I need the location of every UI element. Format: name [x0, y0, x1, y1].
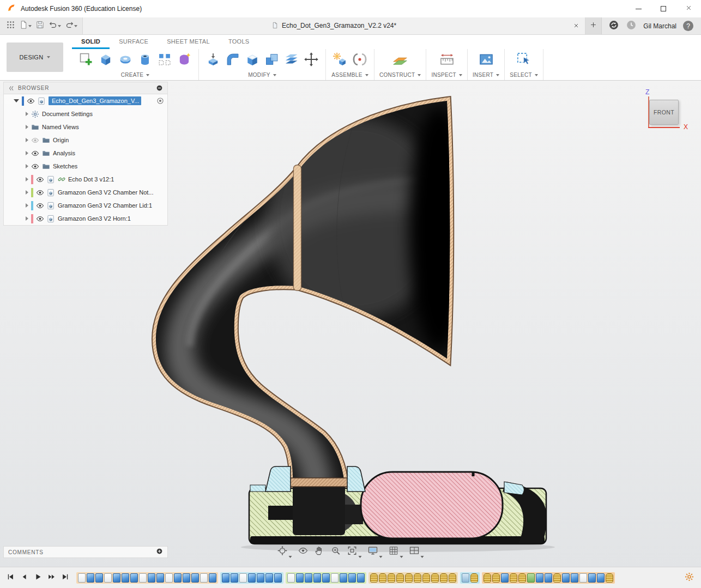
ribbon-group-label[interactable]: MODIFY	[248, 72, 276, 78]
timeline-feature-extrude[interactable]	[191, 573, 199, 583]
timeline-feature-extrude[interactable]	[113, 573, 120, 583]
browser-row[interactable]: Gramazon Gen3 V2 Horn:1	[4, 212, 167, 225]
browser-row[interactable]: Echo Dot 3 v12:1	[4, 173, 167, 186]
visibility-eye-icon[interactable]	[36, 215, 44, 223]
shell-button[interactable]	[243, 50, 262, 69]
visibility-eye-icon[interactable]	[36, 175, 44, 184]
file-menu-button[interactable]	[17, 19, 33, 33]
timeline-feature-component[interactable]	[388, 573, 395, 583]
timeline-feature-extrude[interactable]	[209, 573, 216, 583]
ribbon-group-label[interactable]: INSPECT	[431, 72, 462, 78]
measure-button[interactable]	[438, 50, 456, 69]
pan-button[interactable]	[313, 544, 326, 559]
help-button[interactable]: ?	[683, 21, 693, 31]
display-settings-button[interactable]	[367, 544, 384, 559]
timeline-feature-extrude[interactable]	[222, 573, 229, 583]
timeline-feature-sketch[interactable]	[287, 573, 295, 583]
timeline-feature-extrude[interactable]	[588, 573, 596, 583]
timeline-feature-extrude[interactable]	[296, 573, 304, 583]
grid-display-button[interactable]	[388, 544, 404, 559]
timeline-feature-component[interactable]	[405, 573, 413, 583]
timeline-feature-extrude[interactable]	[122, 573, 129, 583]
expander-icon[interactable]	[26, 216, 28, 221]
ribbon-tab-sheet-metal[interactable]: SHEET METAL	[158, 35, 219, 49]
timeline-feature-extrude[interactable]	[87, 573, 94, 583]
ribbon-group-label[interactable]: CREATE	[121, 72, 150, 78]
move-button[interactable]	[302, 50, 321, 69]
expander-icon[interactable]	[26, 164, 28, 168]
fit-button[interactable]	[346, 544, 363, 559]
timeline-feature-extrude[interactable]	[536, 573, 543, 583]
timeline-feature-sketch[interactable]	[78, 573, 86, 583]
combine-button[interactable]	[263, 50, 281, 69]
document-tab-close-button[interactable]	[573, 21, 579, 31]
new-component-button[interactable]	[331, 50, 349, 69]
job-status-icon[interactable]	[608, 20, 619, 33]
timeline-feature-component[interactable]	[440, 573, 448, 583]
timeline-feature-extrude[interactable]	[545, 573, 552, 583]
expander-icon[interactable]	[26, 138, 28, 142]
ribbon-group-label[interactable]: SELECT	[510, 72, 538, 78]
timeline-feature-sketch[interactable]	[331, 573, 339, 583]
collapse-panel-icon[interactable]	[8, 85, 15, 92]
panel-minimize-icon[interactable]	[156, 84, 163, 92]
timeline-feature-component[interactable]	[431, 573, 439, 583]
timeline-feature-extrude[interactable]	[231, 573, 238, 583]
timeline-feature-component[interactable]	[484, 573, 491, 583]
timeline-feature-component[interactable]	[379, 573, 386, 583]
expander-icon[interactable]	[26, 177, 28, 181]
timeline-feature-sketch[interactable]	[104, 573, 112, 583]
expander-icon[interactable]	[14, 99, 19, 102]
visibility-eye-icon[interactable]	[36, 189, 44, 197]
new-tab-button[interactable]	[585, 17, 602, 34]
insert-image-button[interactable]	[477, 50, 495, 69]
timeline-feature-component[interactable]	[606, 573, 613, 583]
timeline-feature-component[interactable]	[470, 573, 478, 583]
ribbon-group-label[interactable]: CONSTRUCT	[379, 72, 421, 78]
add-comment-icon[interactable]	[156, 547, 163, 557]
user-name[interactable]: Gil Marchal	[643, 22, 676, 30]
workspace-selector[interactable]: DESIGN	[7, 43, 63, 72]
offset-face-button[interactable]	[282, 50, 301, 69]
timeline-feature-extrude[interactable]	[174, 573, 182, 583]
browser-row[interactable]: Gramazon Gen3 V2 Chamber Not...	[4, 186, 167, 199]
timeline-feature-extrude[interactable]	[183, 573, 190, 583]
visibility-eye-icon[interactable]	[27, 97, 35, 105]
timeline-feature-component[interactable]	[449, 573, 456, 583]
timeline-feature-extrude[interactable]	[313, 573, 321, 583]
timeline-feature-sketch[interactable]	[139, 573, 147, 583]
select-tool-button[interactable]	[515, 50, 533, 69]
expander-icon[interactable]	[26, 203, 28, 208]
timeline-settings-gear-icon[interactable]	[684, 572, 694, 584]
timeline-feature-component[interactable]	[553, 573, 561, 583]
minimize-button[interactable]	[626, 0, 651, 17]
timeline-skip-start-button[interactable]	[4, 572, 16, 584]
timeline-feature-component[interactable]	[518, 573, 526, 583]
browser-row[interactable]: Sketches	[4, 160, 167, 173]
revolve-button[interactable]	[116, 50, 135, 69]
view-cube[interactable]: Z FRONT X	[644, 87, 688, 138]
timeline-play-button[interactable]	[32, 572, 44, 584]
ribbon-tab-solid[interactable]: SOLID	[72, 35, 110, 49]
timeline-feature-extrude[interactable]	[501, 573, 509, 583]
timeline-feature-sketch[interactable]	[579, 573, 587, 583]
viewcube-front-face[interactable]: FRONT	[649, 100, 679, 125]
browser-root-row[interactable]: Echo_Dot_Gen3_Gramazon_V...	[4, 94, 167, 107]
timeline-feature-extrude[interactable]	[340, 573, 347, 583]
extrude-button[interactable]	[96, 50, 115, 69]
timeline-skip-end-button[interactable]	[59, 572, 71, 584]
timeline-feature-component[interactable]	[422, 573, 430, 583]
comments-panel[interactable]: COMMENTS	[3, 546, 168, 558]
expander-icon[interactable]	[26, 112, 28, 116]
timeline-step-back-button[interactable]	[18, 572, 30, 584]
timeline-feature-extrude[interactable]	[248, 573, 256, 583]
ribbon-group-label[interactable]: ASSEMBLE	[331, 72, 368, 78]
visibility-eye-icon[interactable]	[31, 149, 39, 157]
timeline-feature-component[interactable]	[396, 573, 404, 583]
expander-icon[interactable]	[26, 125, 28, 129]
timeline-step-forward-button[interactable]	[45, 572, 57, 584]
timeline-feature-extrude[interactable]	[257, 573, 264, 583]
timeline-feature-extrude[interactable]	[597, 573, 605, 583]
expander-icon[interactable]	[26, 151, 28, 155]
look-at-button[interactable]	[297, 544, 310, 559]
